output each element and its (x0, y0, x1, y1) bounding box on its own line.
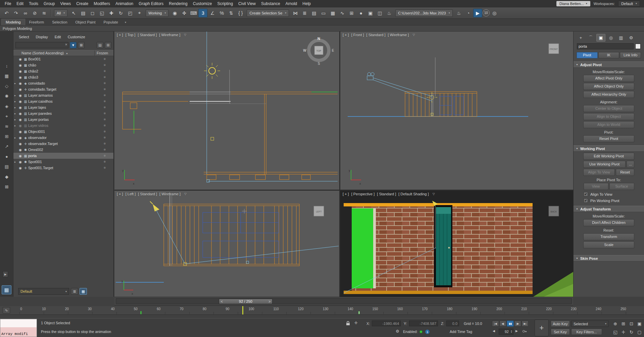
adjust-transform-header[interactable]: ▼Adjust Transform (574, 206, 644, 212)
menu-item[interactable]: Substance (258, 0, 283, 7)
menu-item[interactable]: Customize (190, 0, 215, 7)
explorer-row[interactable]: ◉ ▦ chão3 ❄ (13, 74, 113, 80)
eye-icon[interactable]: ◉ (18, 100, 23, 103)
render-production-icon[interactable]: ♨ (385, 9, 394, 17)
eye-icon[interactable]: ◉ (18, 63, 23, 67)
align-to-view-button[interactable]: Align To View (583, 169, 615, 176)
menu-item[interactable]: Tools (26, 0, 41, 7)
display-groups-icon[interactable]: ⊞ (3, 133, 11, 140)
previous-key-button[interactable]: ◀ (493, 329, 495, 333)
frozen-toggle-icon[interactable]: ❄ (96, 124, 113, 127)
frozen-toggle-icon[interactable]: ❄ (96, 88, 113, 91)
eye-icon[interactable]: ◉ (18, 76, 23, 79)
viewport-renderer-menu[interactable]: [ Standard ] (138, 33, 157, 37)
camera-gizmo[interactable] (367, 73, 432, 101)
ribbon-tab[interactable]: Populate (99, 19, 122, 25)
frozen-toggle-icon[interactable]: ❄ (96, 136, 113, 139)
object-name-field[interactable] (577, 43, 634, 49)
menu-item[interactable]: Graph Editors (136, 0, 166, 7)
create-tab[interactable]: + (576, 34, 585, 42)
absolute-offset-toggle-icon[interactable]: ✛ (354, 321, 358, 325)
menu-item[interactable]: Views (57, 0, 73, 7)
reference-coordinate-dropdown[interactable]: Working▾ (146, 9, 168, 17)
y-coordinate-field[interactable]: -7408.587 (409, 321, 438, 326)
menu-item[interactable]: File (2, 0, 14, 7)
workspace-dropdown[interactable]: Default▾ (618, 1, 640, 7)
explorer-row[interactable]: ▸ ◉ ▥ Layer:portas ❄ (13, 116, 113, 123)
active-layer-dropdown[interactable]: Default▾ (18, 288, 69, 295)
viewport-renderer-menu[interactable]: [ Standard ] (366, 33, 386, 37)
eye-icon[interactable]: ◉ (18, 57, 23, 61)
display-helpers-icon[interactable]: ⌖ (3, 113, 11, 120)
explorer-menu-item[interactable]: Select (16, 34, 32, 40)
working-pivot-header[interactable]: ▼Working Pivot (574, 145, 644, 152)
curve-editor-icon[interactable]: ∿ (338, 9, 347, 17)
set-key-large-button[interactable]: + (535, 320, 549, 336)
select-and-rotate-icon[interactable]: ↻ (116, 9, 125, 17)
frozen-toggle-icon[interactable]: ❄ (96, 100, 113, 103)
snaps-toggle-icon[interactable]: 3 (198, 9, 207, 17)
eye-icon[interactable]: ◉ (18, 160, 23, 164)
mini-curve-editor-button[interactable]: ∿ (3, 307, 10, 314)
lock-icon[interactable]: ⊠ (78, 42, 85, 48)
time-slider-handle[interactable]: < 92 / 250 > (219, 299, 273, 304)
eye-icon[interactable]: ◉ (18, 148, 23, 152)
viewport-pov-menu[interactable]: [ Left ] (126, 192, 136, 196)
keyboard-override-icon[interactable]: ⌨ (189, 9, 198, 17)
ribbon-overflow-icon[interactable]: ▾ (122, 21, 129, 25)
viewcube[interactable]: BACK (549, 206, 559, 216)
redo-icon[interactable]: ↷ (11, 9, 20, 17)
viewport-general-menu[interactable]: [ + ] (117, 33, 123, 37)
selection-filter-dropdown[interactable]: All▾ (54, 9, 67, 17)
viewport-shading-menu[interactable]: [ Wireframe ] (159, 192, 181, 196)
menu-item[interactable]: Civil View (236, 0, 258, 7)
explorer-row[interactable]: ▸ ◉ ◈ convidado ❄ (13, 80, 113, 86)
viewport-filter-icon[interactable]: ▽ (184, 33, 186, 37)
zoom-icon[interactable]: ⊕ (611, 320, 619, 327)
affect-button[interactable]: Affect Hierarchy Only (583, 91, 634, 98)
previous-frame-button[interactable]: ◀| (499, 321, 506, 327)
explorer-row[interactable]: ◉ ▦ porta ❄ (13, 153, 113, 159)
frozen-toggle-icon[interactable]: ❄ (96, 106, 113, 109)
utilities-tab[interactable]: ⚙ (627, 34, 636, 42)
current-frame-spinner[interactable]: 92 ▲▼ (499, 329, 513, 335)
explorer-row[interactable]: ▸ ◉ ✺ Spot001 ❄ (13, 159, 113, 165)
frozen-toggle-icon[interactable]: ❄ (96, 118, 113, 121)
compass-south[interactable]: S (318, 62, 320, 65)
explorer-row[interactable]: ▸ ◉ ▥ Layer:armarios ❄ (13, 92, 113, 98)
named-selection-set-dropdown[interactable]: Create Selection Se▾ (247, 9, 289, 17)
toggle-ribbon-icon[interactable]: ▭ (319, 9, 328, 17)
explorer-row[interactable]: ▸ ◉ ▥ Layer:vidros ❄ (13, 123, 113, 129)
viewport-front[interactable]: FRONT y x [ + ] [ Front ] [ Standard ] [… (340, 32, 573, 190)
viewcube-face-label[interactable]: BACK (550, 210, 557, 213)
pick-columns-icon[interactable]: ▤ (97, 42, 103, 48)
perspective-viewport-canvas[interactable]: BACK (340, 191, 573, 297)
zoom-all-icon[interactable]: ⊞ (620, 320, 627, 327)
track-bar-ruler[interactable]: 0102030405060708090100110120130140150160… (19, 306, 626, 315)
edit-working-pivot-button[interactable]: Edit Working Pivot (583, 153, 634, 160)
display-xrefs-icon[interactable]: ↗ (3, 143, 11, 150)
viewport-top[interactable]: y x TOP N E S W [ + ] [ Top ] [ Standard… (114, 32, 339, 190)
select-and-place-icon[interactable]: ⌖ (135, 9, 144, 17)
bind-to-space-warp-icon[interactable]: ≋ (40, 9, 49, 17)
pan-icon[interactable]: ✛ (620, 328, 627, 336)
selection-lock-icon[interactable] (346, 321, 350, 326)
frozen-column-header[interactable]: Frozen (95, 51, 113, 55)
ik-mode-button[interactable]: IK (598, 52, 620, 58)
explorer-menu-item[interactable]: Display (33, 34, 51, 40)
name-column-header[interactable]: Name (Sorted Ascending)▲ (13, 50, 95, 56)
expand-arrow-icon[interactable]: ▸ (14, 118, 18, 121)
frozen-toggle-icon[interactable]: ❄ (96, 94, 113, 97)
pivot-mode-button[interactable]: Pivot (577, 52, 598, 58)
viewport-perspective[interactable]: BACK [ + ] [ Perspective ] [ Standard ] … (340, 191, 573, 297)
polygon-modeling-panel[interactable]: Polygon Modeling (0, 27, 35, 31)
expand-arrow-icon[interactable]: ▸ (14, 112, 18, 115)
eye-icon[interactable]: ◉ (18, 130, 23, 134)
menu-item[interactable]: Arnold (283, 0, 300, 7)
frozen-toggle-icon[interactable]: ❄ (96, 112, 113, 115)
viewport-pov-menu[interactable]: [ Top ] (126, 33, 136, 37)
menu-item[interactable]: Modifiers (91, 0, 113, 7)
dont-affect-children-button[interactable]: Don't Affect Children (583, 219, 634, 226)
use-working-pivot-button[interactable]: Use Working Pivot (583, 161, 626, 168)
search-filter-icon[interactable]: ▼ (70, 42, 77, 48)
